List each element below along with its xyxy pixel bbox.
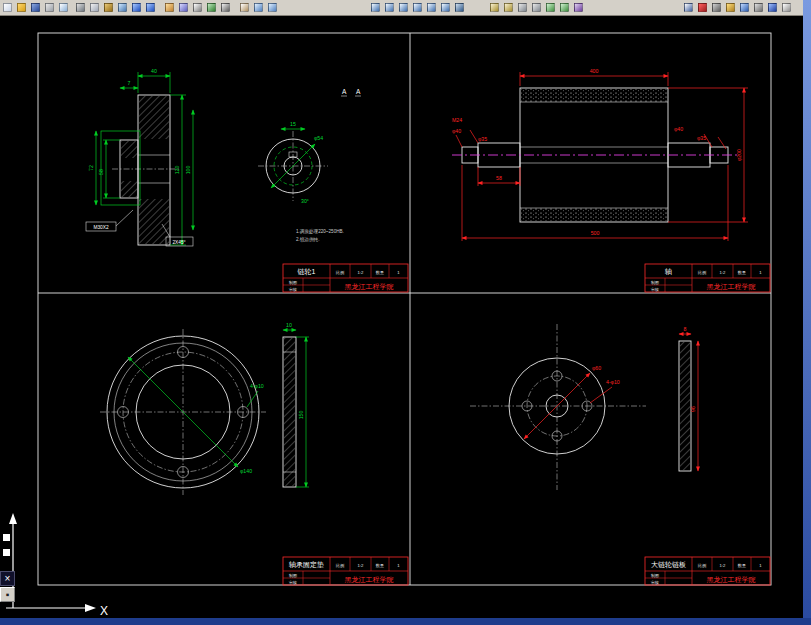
part-name: 链轮1 bbox=[297, 268, 316, 276]
dim-text: 96 bbox=[690, 406, 696, 412]
ucs-icon: X bbox=[3, 513, 108, 618]
point-icon[interactable] bbox=[191, 1, 204, 14]
paste-icon[interactable] bbox=[102, 1, 115, 14]
insert-block-icon[interactable] bbox=[163, 1, 176, 14]
cad-window: 40 7 58 72 120 100 M30X2 2X45° bbox=[0, 0, 811, 625]
floating-tool-button-2[interactable]: ▪ bbox=[0, 587, 15, 602]
sheet-flange: φ140 4-φ10 150 10 bbox=[100, 322, 309, 495]
open-file-icon[interactable] bbox=[15, 1, 28, 14]
redraw-icon[interactable] bbox=[544, 1, 557, 14]
dim-text: φ200 bbox=[736, 149, 742, 161]
school-name: 黑龙江工程学院 bbox=[707, 283, 756, 291]
scale-label: 比例 bbox=[336, 563, 344, 569]
help-icon[interactable] bbox=[766, 1, 779, 14]
zoom-previous-icon[interactable] bbox=[397, 1, 410, 14]
dim-text: 72 bbox=[88, 165, 94, 171]
toolbar-group-edit bbox=[74, 1, 157, 14]
undo-icon[interactable] bbox=[130, 1, 143, 14]
object-snap-icon[interactable] bbox=[724, 1, 737, 14]
qty-label: 数量 bbox=[738, 270, 746, 275]
zoom-extents-icon[interactable] bbox=[411, 1, 424, 14]
window-border-bottom bbox=[0, 618, 811, 625]
sheet-plate: φ60 4-φ10 8 96 bbox=[470, 324, 698, 490]
dim-text: φ35 bbox=[697, 135, 706, 141]
copy-icon[interactable] bbox=[88, 1, 101, 14]
zoom-window-icon[interactable] bbox=[266, 1, 279, 14]
floating-tool-button-1[interactable]: × bbox=[0, 571, 15, 586]
grip-point bbox=[3, 549, 10, 556]
check-label: 审核 bbox=[651, 287, 659, 292]
ucs-y-arrow bbox=[9, 513, 17, 524]
pan-icon[interactable] bbox=[238, 1, 251, 14]
zoom-realtime-icon[interactable] bbox=[252, 1, 265, 14]
ucs-toggle-icon[interactable] bbox=[738, 1, 751, 14]
toolbar bbox=[0, 0, 803, 16]
print-icon[interactable] bbox=[43, 1, 56, 14]
dim-text: φ40 bbox=[452, 128, 461, 134]
properties-icon[interactable] bbox=[572, 1, 585, 14]
color-control-icon[interactable] bbox=[696, 1, 709, 14]
dim-text: φ60 bbox=[592, 365, 601, 371]
grid-toggle-icon[interactable] bbox=[752, 1, 765, 14]
dim-text: 100 bbox=[185, 166, 191, 175]
layer-control-icon[interactable] bbox=[682, 1, 695, 14]
titleblock-sprocket: 链轮1比例1:2数量1制图审核黑龙江工程学院 bbox=[283, 264, 408, 292]
titleblock-shaft: 轴比例1:2数量1制图审核黑龙江工程学院 bbox=[645, 264, 770, 292]
area-icon[interactable] bbox=[502, 1, 515, 14]
part-name: 大链轮链板 bbox=[651, 561, 686, 569]
linetype-control-icon[interactable] bbox=[710, 1, 723, 14]
zoom-in-icon[interactable] bbox=[369, 1, 382, 14]
dim-text: 40 bbox=[151, 68, 157, 74]
text-icon[interactable] bbox=[219, 1, 232, 14]
titleblock-flange: 轴承固定垫比例1:2数量1制图审核黑龙江工程学院 bbox=[283, 557, 408, 585]
aerial-view-icon[interactable] bbox=[453, 1, 466, 14]
hatch-icon[interactable] bbox=[205, 1, 218, 14]
cut-icon[interactable] bbox=[74, 1, 87, 14]
school-name: 黑龙江工程学院 bbox=[707, 576, 756, 584]
dim-text: 10 bbox=[286, 322, 292, 328]
toolbar-group-view bbox=[238, 1, 279, 14]
grip-point bbox=[3, 534, 10, 541]
locate-point-icon[interactable] bbox=[530, 1, 543, 14]
dim-text: 15 bbox=[290, 121, 296, 127]
new-file-icon[interactable] bbox=[1, 1, 14, 14]
list-icon[interactable] bbox=[516, 1, 529, 14]
qty-label: 数量 bbox=[738, 563, 746, 568]
titleblock-plate: 大链轮链板比例1:2数量1制图审核黑龙江工程学院 bbox=[645, 557, 770, 585]
dim-text: φ54 bbox=[314, 135, 323, 141]
save-file-icon[interactable] bbox=[29, 1, 42, 14]
window-border-right bbox=[803, 0, 811, 625]
zoom-scale-icon[interactable] bbox=[439, 1, 452, 14]
zoom-out-icon[interactable] bbox=[383, 1, 396, 14]
redo-icon[interactable] bbox=[144, 1, 157, 14]
toolbar-group-zoom bbox=[369, 1, 466, 14]
drawing-canvas: 40 7 58 72 120 100 M30X2 2X45° bbox=[0, 0, 811, 625]
check-label: 审核 bbox=[651, 580, 659, 585]
scale-label: 比例 bbox=[698, 563, 706, 569]
dim-text: 7 bbox=[128, 80, 131, 86]
dim-text: 150 bbox=[298, 411, 304, 420]
zoom-all-icon[interactable] bbox=[425, 1, 438, 14]
qty-value: 1 bbox=[397, 563, 400, 568]
scale-label: 比例 bbox=[698, 270, 706, 276]
dim-text: 500 bbox=[591, 230, 600, 236]
print-preview-icon[interactable] bbox=[57, 1, 70, 14]
dim-text: 1.调质处理220~250HB. bbox=[296, 228, 344, 235]
dim-text: M24 bbox=[452, 117, 462, 123]
dim-text: 4-φ10 bbox=[606, 379, 620, 385]
dim-text: M30X2 bbox=[93, 225, 109, 230]
check-label: 审核 bbox=[289, 580, 297, 585]
regen-icon[interactable] bbox=[558, 1, 571, 14]
distance-icon[interactable] bbox=[488, 1, 501, 14]
school-name: 黑龙江工程学院 bbox=[345, 576, 394, 584]
about-icon[interactable] bbox=[780, 1, 793, 14]
dim-text: φ35 bbox=[478, 136, 487, 142]
qty-label: 数量 bbox=[376, 563, 384, 568]
make-block-icon[interactable] bbox=[177, 1, 190, 14]
dim-text: 58 bbox=[98, 169, 104, 175]
dim-text: 4-φ10 bbox=[250, 383, 264, 389]
qty-value: 1 bbox=[759, 270, 762, 275]
school-name: 黑龙江工程学院 bbox=[345, 283, 394, 291]
toolbar-group-inquiry bbox=[488, 1, 585, 14]
match-properties-icon[interactable] bbox=[116, 1, 129, 14]
